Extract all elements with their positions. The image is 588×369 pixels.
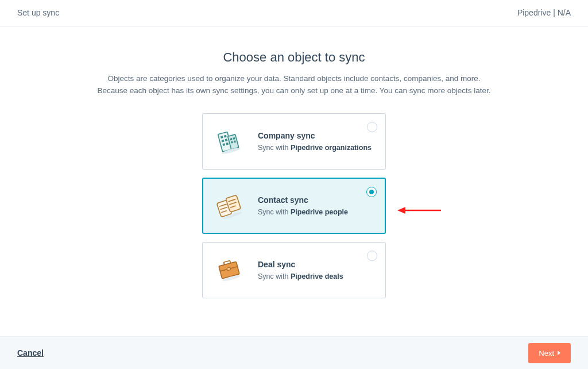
sync-option-title: Contact sync	[258, 195, 375, 205]
cancel-button[interactable]: Cancel	[17, 348, 44, 358]
subtitle-line-1: Objects are categories used to organize …	[107, 74, 480, 83]
radio-indicator	[367, 122, 377, 132]
radio-indicator	[367, 251, 377, 261]
integration-context: Pipedrive | N/A	[517, 8, 571, 17]
next-button-label: Next	[539, 349, 554, 358]
top-bar: Set up sync Pipedrive | N/A	[0, 0, 588, 27]
sync-option-title: Company sync	[258, 131, 375, 140]
radio-indicator	[366, 187, 377, 197]
page-title: Choose an object to sync	[0, 50, 588, 65]
chevron-right-icon	[558, 351, 560, 355]
buildings-icon	[211, 123, 247, 160]
subtitle-line-2: Because each object has its own sync set…	[97, 86, 490, 95]
sync-option-desc: Sync with Pipedrive people	[258, 208, 375, 216]
contacts-icon	[211, 187, 248, 224]
sync-option-list: Company sync Sync with Pipedrive organiz…	[202, 113, 386, 298]
sync-option-company[interactable]: Company sync Sync with Pipedrive organiz…	[202, 113, 386, 170]
main-content: Choose an object to sync Objects are cat…	[0, 27, 588, 298]
svg-rect-25	[227, 267, 231, 271]
sync-option-deal[interactable]: Deal sync Sync with Pipedrive deals	[202, 242, 386, 298]
next-button[interactable]: Next	[528, 343, 571, 363]
sync-option-desc: Sync with Pipedrive organizations	[258, 144, 375, 152]
page-subtitle: Objects are categories used to organize …	[87, 73, 501, 97]
sync-option-contact[interactable]: Contact sync Sync with Pipedrive people	[202, 178, 386, 234]
sync-option-desc: Sync with Pipedrive deals	[258, 272, 375, 280]
footer-bar: Cancel Next	[0, 336, 588, 369]
briefcase-icon	[211, 252, 247, 289]
sync-option-title: Deal sync	[258, 260, 375, 269]
page-mode-title: Set up sync	[17, 8, 59, 17]
